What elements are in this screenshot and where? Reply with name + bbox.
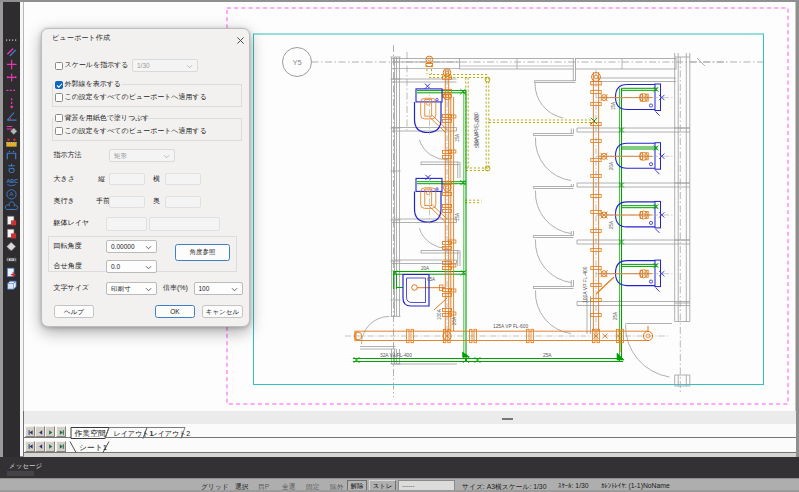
- svg-text:20A: 20A: [609, 161, 614, 170]
- svg-text:25A: 25A: [543, 353, 552, 358]
- svg-text:レイアウト2: レイアウト2: [151, 429, 191, 436]
- svg-text:100A: 100A: [437, 308, 442, 320]
- svg-text:A: A: [9, 191, 13, 197]
- svg-text:シート1: シート1: [79, 443, 107, 452]
- svg-text:15A: 15A: [611, 101, 616, 110]
- svg-text:20A: 20A: [421, 266, 430, 271]
- svg-text:25A: 25A: [609, 220, 614, 229]
- svg-text:65A: 65A: [427, 277, 436, 282]
- svg-text:20A: 20A: [452, 316, 457, 325]
- svg-text:Y5: Y5: [292, 58, 301, 67]
- svg-text:ABC: ABC: [6, 178, 18, 184]
- svg-text:125A VP FL-600: 125A VP FL-600: [493, 324, 528, 329]
- svg-text:レイアウト1: レイアウト1: [114, 429, 154, 436]
- svg-text:100A VP FL-400: 100A VP FL-400: [582, 266, 588, 303]
- svg-text:32A VA FL-400: 32A VA FL-400: [380, 353, 412, 358]
- svg-text:15A: 15A: [455, 133, 460, 142]
- svg-text:作業空間: 作業空間: [74, 428, 106, 437]
- svg-text:50A VP FL-200: 50A VP FL-200: [473, 112, 479, 146]
- svg-text:15A: 15A: [455, 212, 460, 221]
- svg-text:25A: 25A: [613, 311, 618, 320]
